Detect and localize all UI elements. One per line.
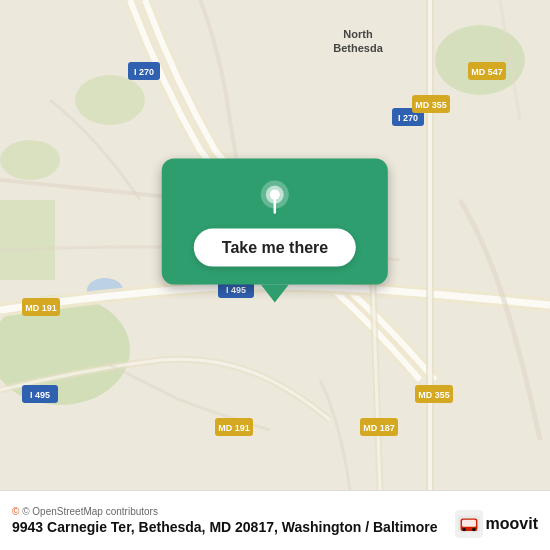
svg-text:MD 187: MD 187 (363, 423, 395, 433)
moovit-icon (455, 510, 483, 538)
svg-rect-3 (0, 200, 55, 280)
svg-text:MD 355: MD 355 (415, 100, 447, 110)
svg-point-38 (462, 528, 466, 532)
take-me-there-button[interactable]: Take me there (194, 229, 356, 267)
location-card: Take me there (162, 159, 388, 285)
svg-point-39 (472, 528, 476, 532)
svg-text:MD 191: MD 191 (218, 423, 250, 433)
svg-point-5 (0, 140, 60, 180)
bottom-bar: © © OpenStreetMap contributors 9943 Carn… (0, 490, 550, 550)
svg-text:North: North (343, 28, 373, 40)
svg-text:MD 547: MD 547 (471, 67, 503, 77)
svg-text:I 270: I 270 (134, 67, 154, 77)
svg-text:MD 355: MD 355 (418, 390, 450, 400)
moovit-logo: moovit (455, 510, 538, 538)
card-tail (261, 285, 289, 303)
osm-credit-text: © OpenStreetMap contributors (22, 506, 158, 517)
map-container: I 270 I 270 I 495 I 495 MD 355 MD 547 MD… (0, 0, 550, 490)
button-overlay: Take me there (162, 159, 388, 303)
moovit-text: moovit (486, 515, 538, 533)
svg-rect-37 (462, 520, 476, 527)
svg-point-4 (75, 75, 145, 125)
svg-text:MD 191: MD 191 (25, 303, 57, 313)
location-pin-icon (254, 177, 296, 219)
svg-text:I 270: I 270 (398, 113, 418, 123)
svg-text:Bethesda: Bethesda (333, 42, 383, 54)
svg-text:I 495: I 495 (30, 390, 50, 400)
